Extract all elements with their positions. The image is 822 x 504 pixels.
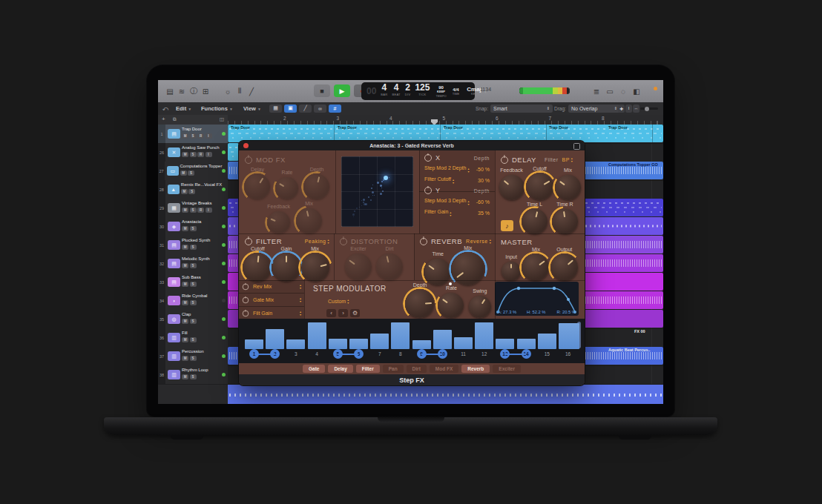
time-l-knob[interactable] [522, 209, 548, 234]
view-toggle-icon[interactable]: # [329, 105, 341, 113]
mix-knob[interactable] [301, 253, 329, 282]
fx-button-gate[interactable]: Gate [303, 365, 325, 373]
mod-assign-row[interactable]: Step Mod 3 Depth ▴▾-60 % [424, 198, 490, 205]
fx-button-dirt[interactable]: Dirt [407, 365, 427, 373]
mod-assign-row[interactable]: Filter Gain ▴▾35 % [424, 209, 490, 216]
notes-icon[interactable]: ▭ [604, 85, 616, 97]
step-bar-13[interactable] [496, 339, 514, 349]
solo-button[interactable]: S [190, 356, 197, 361]
input-monitor-button[interactable]: I [206, 208, 212, 213]
view-toggle-icon[interactable]: ∞ [314, 105, 326, 113]
step-bar-16[interactable] [559, 323, 579, 349]
track-row-clap[interactable]: 35◍ClapMS [158, 310, 228, 329]
solo-button[interactable]: S [190, 263, 197, 268]
note-sync-button[interactable]: ♪ [501, 220, 513, 231]
mute-button[interactable]: M [182, 374, 188, 379]
solo-button[interactable]: S [190, 208, 197, 213]
menu-edit[interactable]: Edit ▾ [176, 105, 191, 112]
tool-icon[interactable]: I [625, 105, 632, 113]
solo-button[interactable]: S [190, 337, 197, 342]
mute-button[interactable]: M [182, 337, 188, 342]
tool-icon[interactable]: ↔ [633, 105, 639, 113]
fx-button-delay[interactable]: Delay [328, 365, 352, 373]
exciter-knob[interactable] [345, 253, 372, 280]
step-bar-2[interactable] [266, 329, 284, 349]
preset-dropdown[interactable]: Custom▴▾ [328, 299, 349, 304]
reverb-power-icon[interactable] [420, 238, 427, 245]
gain-knob[interactable] [272, 253, 300, 282]
y-power-icon[interactable] [424, 187, 432, 194]
mute-button[interactable]: M [182, 226, 188, 231]
fx-button-reverb[interactable]: Reverb [461, 365, 490, 373]
record-enable-button[interactable]: R [197, 208, 204, 213]
play-button[interactable]: ▶ [334, 84, 350, 97]
lcd-key[interactable]: CmajKEY [467, 87, 481, 96]
fx-button-mod-fx[interactable]: Mod FX [430, 365, 458, 373]
cutoff-knob[interactable] [527, 173, 553, 200]
dirt-knob[interactable] [376, 253, 403, 280]
solo-button[interactable]: S [190, 245, 197, 250]
solo-button[interactable]: S [188, 170, 194, 176]
solo-button[interactable]: S [190, 374, 197, 379]
mix-knob[interactable] [297, 208, 322, 233]
step-bar-11[interactable] [454, 337, 473, 349]
target-row-gate-mix[interactable]: Gate Mix▴▾ [239, 294, 304, 307]
library-panel-button[interactable]: ◫ [220, 116, 224, 122]
step-bar-15[interactable] [538, 334, 556, 349]
target-row-rev-mix[interactable]: Rev Mix▴▾ [239, 280, 304, 294]
track-row-rhythm-loop[interactable]: 38▥Rhythm LoopMS [158, 365, 228, 385]
view-toggle-icon[interactable]: ╱ [299, 105, 312, 113]
solo-button[interactable]: S [190, 300, 197, 305]
input-monitor-button[interactable]: I [206, 152, 212, 157]
delay-knob[interactable] [245, 174, 270, 199]
mod-assign-row[interactable]: Step Mod 2 Depth ▴▾-50 % [424, 165, 490, 173]
cutoff-knob[interactable] [243, 253, 272, 282]
track-row-percussion[interactable]: 37▥PercussionMS [158, 347, 228, 366]
feedback-knob[interactable] [268, 211, 290, 233]
x-power-icon[interactable] [424, 154, 432, 162]
bar-ruler[interactable]: 2345678 [228, 115, 663, 125]
zoom-slider[interactable] [640, 107, 658, 110]
lcd-display[interactable]: 00 4BAR 4BEAT 2DIV 125TICK 90KEEPTEMPO 4… [361, 82, 475, 100]
library-icon[interactable]: ▤ [164, 85, 176, 97]
step-bar-9[interactable] [412, 340, 431, 349]
rate-knob[interactable] [276, 177, 298, 199]
input-knob[interactable] [502, 262, 521, 281]
search-icon[interactable]: ◌ [617, 85, 629, 97]
solo-button[interactable]: S [190, 133, 197, 139]
add-track-button[interactable]: + [162, 116, 165, 122]
solo-button[interactable]: S [190, 152, 197, 157]
xy-pad[interactable] [341, 156, 413, 227]
depth-knob[interactable] [406, 290, 434, 318]
depth-knob[interactable] [304, 174, 329, 199]
mute-button[interactable]: M [182, 263, 188, 268]
step-bar-14[interactable] [517, 339, 536, 349]
monitor-icon[interactable]: ◧ [631, 85, 642, 97]
view-toggle-icon[interactable]: ▦ [269, 105, 282, 113]
solo-button[interactable]: S [188, 189, 195, 194]
region-sliver[interactable] [228, 143, 239, 161]
duplicate-track-button[interactable]: ⧉ [173, 116, 177, 122]
track-row-analog-saw-punch[interactable]: 26✕Analog Saw PunchMSRI [158, 143, 228, 162]
filter-mode-dropdown[interactable]: Peaking▴▾ [305, 239, 329, 244]
swing-knob[interactable] [469, 296, 491, 318]
link-icon[interactable]: ≋ [176, 85, 188, 97]
time-r-knob[interactable] [553, 209, 578, 234]
step-bar-4[interactable] [308, 322, 326, 349]
record-enable-button[interactable]: R [197, 133, 204, 139]
tool-icon[interactable]: ✚ [618, 105, 625, 113]
rate-knob[interactable] [438, 293, 464, 318]
record-enable-button[interactable]: R [197, 152, 204, 157]
solo-button[interactable]: S [190, 319, 197, 324]
step-bar-5[interactable] [329, 339, 347, 349]
step-bar-3[interactable] [286, 339, 305, 349]
delay-filter-dropdown[interactable]: BP▴▾ [562, 157, 573, 162]
mute-button[interactable]: M [182, 208, 188, 213]
step-bar-7[interactable] [370, 334, 389, 349]
mute-button[interactable]: M [182, 300, 188, 305]
track-row-fill[interactable]: 36▥FillMS [158, 328, 228, 348]
step-bar-6[interactable] [349, 339, 368, 349]
gear-icon[interactable]: ⚙ [350, 309, 360, 317]
track-row-plucked-synth[interactable]: 31▤Plucked SynthMS [158, 236, 228, 255]
view-toggle-icon[interactable]: ▣ [284, 105, 297, 113]
